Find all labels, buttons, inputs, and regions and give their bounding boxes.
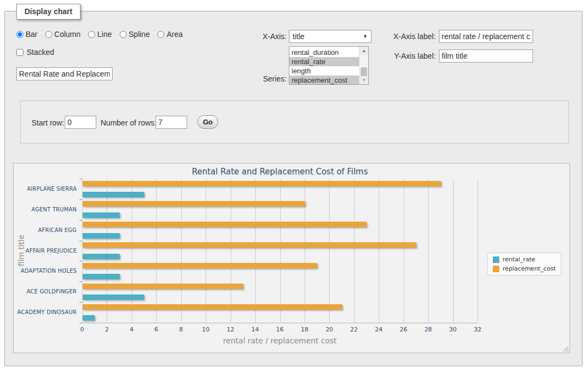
chart-title: Rental Rate and Replacement Cost of Film… (82, 167, 478, 177)
legend-swatch-icon (493, 256, 499, 263)
x-axis-label-field-label: X-Axis label: (381, 32, 436, 41)
series-scrollbar[interactable]: ▲ ▼ (359, 47, 368, 84)
chart-type-radio-bar[interactable] (16, 31, 23, 38)
series-option-rental_rate[interactable]: rental_rate (289, 57, 359, 66)
x-tick-label: 20 (325, 326, 333, 333)
y-tick (79, 281, 82, 282)
gridline (428, 179, 429, 323)
bar-rental_rate (83, 233, 120, 239)
go-button[interactable]: Go (197, 115, 218, 129)
bar-replacement_cost (83, 222, 367, 227)
gridline (231, 179, 231, 323)
x-tick-label: 12 (227, 326, 234, 333)
x-tick-label: 26 (400, 326, 407, 333)
bar-replacement_cost (83, 263, 317, 268)
chart-title-input[interactable] (16, 67, 113, 80)
bar-rental_rate (83, 315, 95, 321)
bar-replacement_cost (83, 284, 243, 289)
gridline (206, 179, 206, 323)
gridline (132, 179, 132, 323)
chart-type-radio-label: Line (97, 30, 112, 39)
y-tick (79, 261, 82, 261)
x-axis-line (82, 323, 478, 323)
stacked-checkbox[interactable] (16, 49, 23, 56)
x-tick-label: 32 (474, 326, 481, 333)
category-label: ACE GOLDFINGER (14, 281, 77, 302)
series-listbox[interactable]: rental_durationrental_ratelengthreplacem… (289, 46, 369, 85)
chart-type-radio-group: BarColumnLineSplineArea (16, 30, 188, 39)
chart-type-option-spline: Spline (120, 30, 150, 39)
chart-type-option-area: Area (157, 30, 183, 39)
y-tick (79, 241, 82, 241)
x-tick-label: 6 (154, 326, 158, 333)
chevron-down-icon: ▼ (363, 34, 368, 39)
legend-item-replacement_cost[interactable]: replacement_cost (493, 265, 556, 272)
y-tick (79, 323, 82, 323)
x-axis-selected-value: title (293, 32, 305, 41)
category-label: AGENT TRUMAN (14, 199, 77, 220)
bar-replacement_cost (83, 304, 342, 310)
legend-label: replacement_cost (503, 265, 556, 272)
bar-rental_rate (83, 274, 120, 279)
x-tick-label: 24 (375, 326, 382, 333)
series-option-rental_duration[interactable]: rental_duration (289, 48, 359, 57)
bar-rental_rate (83, 294, 144, 300)
fieldset-legend: Display chart (16, 4, 81, 20)
legend-swatch-icon (493, 266, 499, 272)
x-axis-select[interactable]: title ▼ (289, 30, 372, 43)
category-label: AFFAIR PREJUDICE (14, 241, 77, 261)
chart-type-radio-line[interactable] (88, 31, 95, 38)
x-tick-label: 18 (301, 326, 308, 333)
gridline (453, 179, 454, 323)
bar-replacement_cost (83, 181, 441, 186)
bar-rental_rate (83, 254, 120, 259)
resize-handle-icon[interactable] (562, 346, 568, 352)
gridline (305, 179, 305, 323)
x-tick-label: 14 (251, 326, 259, 333)
legend-label: rental_rate (503, 256, 535, 263)
series-option-length[interactable]: length (289, 66, 359, 76)
gridline (156, 179, 157, 323)
category-label: AIRPLANE SIERRA (14, 179, 77, 199)
category-label: AFRICAN EGG (14, 220, 77, 241)
start-row-input[interactable] (65, 116, 96, 129)
number-of-rows-input[interactable] (156, 116, 187, 129)
x-tick-label: 10 (202, 326, 209, 333)
gridline (354, 179, 355, 323)
scroll-up-icon[interactable]: ▲ (360, 47, 368, 55)
scrollbar-thumb[interactable] (361, 67, 367, 77)
gridline (181, 179, 182, 323)
rows-panel: Start row: Number of rows: Go (20, 101, 569, 143)
page: Display chart BarColumnLineSplineArea St… (0, 0, 588, 370)
legend-item-rental_rate[interactable]: rental_rate (493, 256, 556, 263)
chart-type-radio-spline[interactable] (120, 31, 127, 38)
x-tick-label: 4 (129, 326, 133, 333)
chart-legend: rental_ratereplacement_cost (487, 253, 561, 275)
chart-type-option-column: Column (45, 30, 81, 39)
gridline (255, 179, 256, 323)
scroll-down-icon[interactable]: ▼ (360, 76, 368, 84)
chart-type-radio-column[interactable] (45, 31, 52, 38)
number-of-rows-label: Number of rows: (101, 118, 157, 127)
gridline (280, 179, 281, 323)
x-tick-label: 2 (105, 326, 109, 333)
bar-rental_rate (83, 192, 144, 197)
category-label: ADAPTATION HOLES (14, 261, 77, 281)
x-axis-label-input[interactable] (439, 30, 533, 43)
chart-type-radio-area[interactable] (157, 31, 164, 38)
gridline (379, 179, 379, 323)
chart-type-radio-label: Bar (26, 30, 38, 39)
chart-type-radio-label: Column (54, 30, 81, 39)
x-axis-select-label: X-Axis: (234, 32, 287, 41)
chart-type-option-bar: Bar (16, 30, 38, 39)
gridline (82, 179, 83, 323)
x-tick-label: 16 (276, 326, 284, 333)
gridline (478, 179, 478, 323)
y-tick (79, 179, 82, 179)
series-options: rental_durationrental_ratelengthreplacem… (289, 47, 359, 84)
category-label: ACADEMY DINOSAUR (14, 302, 77, 323)
y-tick (79, 302, 82, 303)
series-option-replacement_cost[interactable]: replacement_cost (289, 76, 359, 85)
y-axis-label-input[interactable] (439, 49, 533, 62)
x-tick-label: 28 (424, 326, 432, 333)
